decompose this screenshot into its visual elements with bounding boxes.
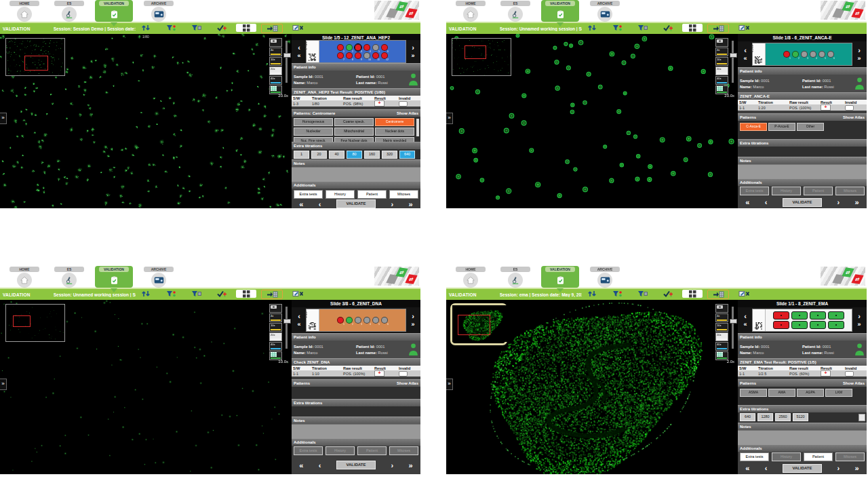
- well[interactable]: 1: [337, 317, 344, 324]
- titration-button[interactable]: 2560: [775, 413, 791, 421]
- microscopy-viewer[interactable]: 4x10x20x40x 10.0x »: [0, 300, 292, 474]
- send-to-worklist-button[interactable]: [261, 290, 283, 299]
- approve-results-button[interactable]: [211, 290, 231, 298]
- well[interactable]: 3: [801, 51, 808, 58]
- tab-archive[interactable]: ARCHIVE: [586, 0, 624, 22]
- well[interactable]: [773, 311, 789, 320]
- prev-slide-button[interactable]: ‹: [744, 47, 747, 54]
- pattern-button[interactable]: P-Anca-E: [768, 123, 795, 131]
- first-slide-button[interactable]: «: [743, 56, 747, 62]
- tab-validation[interactable]: VALIDATION: [95, 266, 133, 288]
- objective-40x-button[interactable]: 40x: [715, 342, 728, 351]
- tab-home[interactable]: HOME: [5, 0, 43, 22]
- positive-result-icon[interactable]: +: [821, 370, 831, 376]
- close-edit-button[interactable]: [288, 290, 308, 298]
- next-button[interactable]: ›: [837, 464, 840, 472]
- approve-results-button[interactable]: [211, 24, 231, 32]
- titration-button[interactable]: 1280: [757, 413, 773, 421]
- titration-button[interactable]: 640: [740, 413, 755, 421]
- overview-thumbnail[interactable]: [5, 38, 65, 76]
- titration-button[interactable]: 640: [399, 151, 415, 159]
- objective-10x-button[interactable]: 10x: [269, 57, 282, 66]
- patient-button[interactable]: Patient: [804, 452, 833, 461]
- microscopy-viewer[interactable]: 4x10x20x40x 20.0x »: [446, 34, 738, 208]
- next-button[interactable]: ›: [391, 461, 393, 469]
- pattern-button[interactable]: LKM: [825, 389, 852, 397]
- panel-expander[interactable]: »: [0, 379, 7, 390]
- first-button[interactable]: «: [745, 464, 749, 472]
- last-button[interactable]: »: [409, 461, 413, 469]
- overview-thumbnail[interactable]: [450, 303, 507, 345]
- notes-input[interactable]: [738, 164, 867, 178]
- well[interactable]: [828, 311, 844, 320]
- filter-status-button[interactable]: [161, 290, 181, 298]
- patient-button[interactable]: Patient: [357, 190, 387, 199]
- pattern-button[interactable]: Homogeneous: [294, 118, 333, 126]
- titrations-scrollbar[interactable]: [859, 414, 865, 421]
- tab-archive[interactable]: ARCHIVE: [140, 266, 178, 288]
- prev-button[interactable]: ‹: [319, 200, 321, 208]
- validate-button[interactable]: VALIDATE: [336, 199, 376, 208]
- well[interactable]: 1: [337, 44, 344, 51]
- well[interactable]: 4: [363, 44, 370, 51]
- history-button[interactable]: History: [326, 190, 355, 199]
- tab-archive[interactable]: ARCHIVE: [140, 0, 178, 22]
- camera-objective-icon[interactable]: [715, 38, 728, 47]
- titration-button[interactable]: 20: [311, 151, 327, 159]
- pattern-button[interactable]: ASMA: [740, 389, 767, 397]
- send-to-worklist-button[interactable]: [707, 290, 729, 299]
- last-button[interactable]: »: [855, 198, 859, 206]
- prev-slide-button[interactable]: ‹: [298, 313, 300, 320]
- well[interactable]: [791, 321, 808, 329]
- filter-status-button[interactable]: [607, 24, 627, 32]
- show-atlas-button[interactable]: Show Atlas: [843, 114, 865, 121]
- zoom-slider-handle[interactable]: [283, 319, 291, 324]
- sort-button[interactable]: [136, 24, 156, 32]
- validate-button[interactable]: VALIDATE: [336, 461, 376, 469]
- well[interactable]: [791, 311, 808, 320]
- well[interactable]: [810, 321, 826, 329]
- notes-input[interactable]: [292, 424, 420, 438]
- pattern-button[interactable]: Matrix speckled: [375, 137, 414, 142]
- prev-slide-button[interactable]: ‹: [744, 313, 747, 320]
- titration-button[interactable]: 80: [347, 151, 362, 159]
- objective-20x-button[interactable]: 20x: [269, 66, 282, 75]
- first-slide-button[interactable]: «: [297, 53, 300, 59]
- filter-box-button[interactable]: [632, 290, 652, 298]
- well[interactable]: 3: [355, 44, 361, 51]
- approve-results-button[interactable]: [657, 24, 677, 32]
- notes-input[interactable]: [292, 167, 420, 181]
- zoom-slider[interactable]: [285, 41, 288, 83]
- pattern-button[interactable]: Other: [797, 123, 824, 131]
- well[interactable]: 4: [363, 317, 370, 324]
- zoom-slider[interactable]: [285, 307, 288, 349]
- well[interactable]: 9: [355, 52, 361, 59]
- well[interactable]: 4: [810, 51, 816, 58]
- roi-rectangle[interactable]: [24, 56, 48, 71]
- zoom-slider[interactable]: [732, 307, 734, 349]
- pattern-button[interactable]: AMA: [768, 389, 795, 397]
- camera-objective-icon[interactable]: [715, 304, 728, 313]
- well[interactable]: [828, 321, 844, 329]
- extra-tests-button[interactable]: Extra tests: [294, 190, 323, 199]
- tab-archive[interactable]: ARCHIVE: [586, 266, 624, 288]
- slide-graphic[interactable]: ANCA 123456: [752, 43, 852, 66]
- well[interactable]: 8: [346, 52, 353, 59]
- roi-rectangle[interactable]: [458, 315, 490, 335]
- pattern-button[interactable]: Mitochondrial: [334, 128, 374, 136]
- zoom-slider-handle[interactable]: [283, 53, 291, 58]
- panel-expander[interactable]: »: [446, 113, 453, 124]
- first-slide-button[interactable]: «: [743, 322, 747, 328]
- notes-input[interactable]: [738, 430, 867, 444]
- tab-es[interactable]: ES: [496, 0, 534, 22]
- zoom-slider-handle[interactable]: [730, 53, 737, 58]
- objective-4x-button[interactable]: 4x: [715, 47, 728, 56]
- grid-view-button[interactable]: [236, 24, 256, 32]
- objective-20x-button[interactable]: 20x: [269, 332, 282, 341]
- positive-result-icon[interactable]: +: [374, 100, 384, 107]
- titration-button[interactable]: 40: [329, 151, 344, 159]
- filter-box-button[interactable]: [186, 24, 206, 32]
- objective-10x-button[interactable]: 10x: [715, 323, 728, 332]
- next-slide-button[interactable]: ›: [858, 47, 861, 54]
- patterns-scrollbar[interactable]: [416, 119, 419, 136]
